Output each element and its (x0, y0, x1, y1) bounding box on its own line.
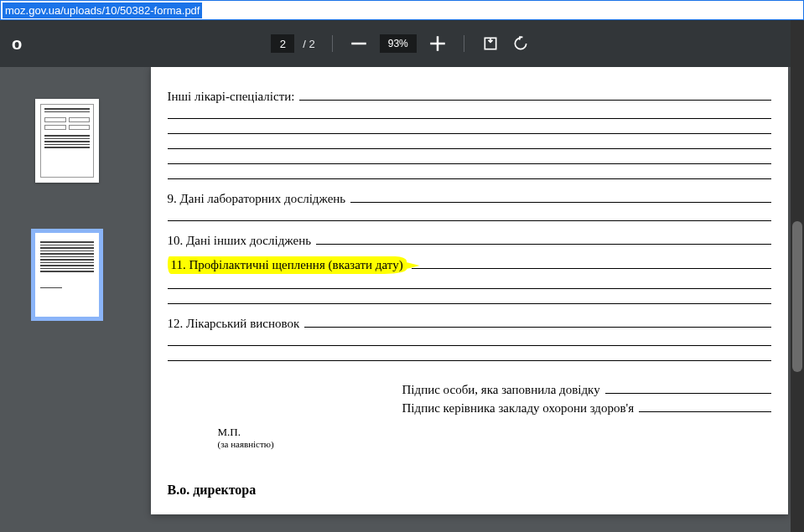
content-area: Інші лікарі-спеціалісти: 9. Дані лаборат… (0, 67, 804, 532)
label-section-11: 11. Профілактичні щеплення (вказати дату… (168, 256, 407, 274)
label-other-specialists: Інші лікарі-спеціалісти: (168, 90, 295, 104)
page-area[interactable]: Інші лікарі-спеціалісти: 9. Дані лаборат… (134, 67, 804, 532)
blank-line (605, 382, 771, 394)
label-section-10: 10. Дані інших досліджень (168, 234, 312, 248)
scrollbar-thumb[interactable] (792, 221, 802, 372)
label-section-12: 12. Лікарський висновок (168, 317, 300, 331)
thumbnail-panel (0, 67, 134, 532)
toolbar-center: / 2 93% (271, 31, 532, 56)
label-signature-2: Підпис керівника закладу охорони здоров'… (402, 401, 635, 416)
blank-line (299, 89, 770, 101)
label-mp: М.П. (218, 426, 771, 439)
zoom-out-button[interactable] (346, 31, 371, 56)
zoom-value[interactable]: 93% (380, 34, 417, 53)
blank-line (304, 316, 770, 328)
highlight-marker: 11. Профілактичні щеплення (вказати дату… (168, 256, 407, 274)
blank-line (168, 279, 771, 289)
blank-line (412, 257, 771, 269)
rotate-button[interactable] (508, 31, 533, 56)
pdf-viewer: о / 2 93% (0, 20, 804, 532)
label-signature-1: Підпис особи, яка заповнила довідку (402, 383, 600, 397)
blank-line (168, 351, 771, 361)
blank-line (168, 169, 771, 179)
pdf-page: Інші лікарі-спеціалісти: 9. Дані лаборат… (151, 67, 788, 514)
zoom-in-button[interactable] (425, 31, 450, 56)
stamp-block: М.П. (за наявністю) (218, 426, 771, 449)
label-section-9: 9. Дані лабораторних досліджень (168, 192, 346, 206)
blank-line (168, 139, 771, 149)
label-director: В.о. директора (168, 483, 771, 498)
blank-line (316, 233, 771, 245)
blank-line (168, 109, 771, 119)
thumbnail-page-2[interactable] (35, 233, 99, 317)
divider (332, 35, 333, 52)
blank-line (168, 294, 771, 304)
fit-to-page-button[interactable] (478, 31, 503, 56)
blank-line (168, 124, 771, 134)
url-text[interactable]: moz.gov.ua/uploads/10/50382-forma.pdf (3, 3, 202, 18)
blank-line (639, 400, 770, 412)
label-mp-note: (за наявністю) (218, 439, 771, 449)
page-number-input[interactable] (271, 34, 294, 53)
page-total: / 2 (303, 38, 314, 50)
toolbar-left-char: о (12, 34, 22, 54)
signature-block: Підпис особи, яка заповнила довідку Підп… (402, 382, 771, 416)
scrollbar[interactable] (791, 67, 804, 532)
url-bar[interactable]: moz.gov.ua/uploads/10/50382-forma.pdf (0, 0, 804, 20)
blank-line (350, 191, 770, 203)
pdf-toolbar: о / 2 93% (0, 20, 804, 67)
blank-line (168, 336, 771, 346)
blank-line (168, 154, 771, 164)
blank-line (168, 211, 771, 221)
divider (464, 35, 464, 52)
thumbnail-page-1[interactable] (35, 99, 99, 183)
